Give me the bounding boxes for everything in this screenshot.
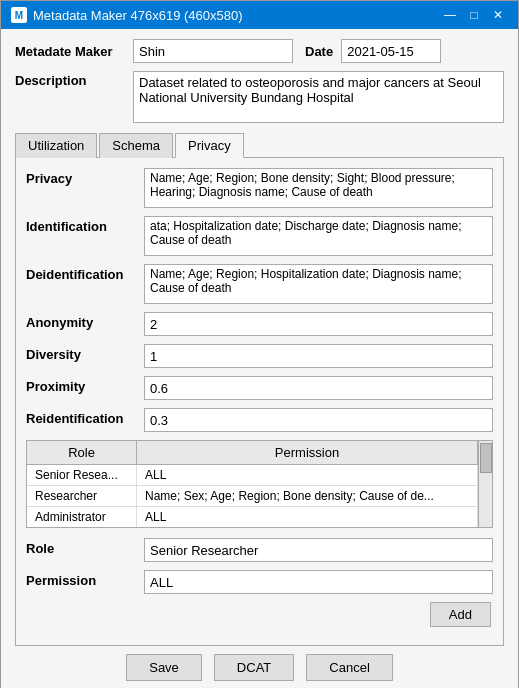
window-title: Metadata Maker 476x619 (460x580) <box>33 8 243 23</box>
footer-buttons: Save DCAT Cancel <box>15 646 504 687</box>
tab-utilization[interactable]: Utilization <box>15 133 97 158</box>
col-role: Role <box>27 441 137 464</box>
row-perm-2: ALL <box>137 507 478 527</box>
anonymity-label: Anonymity <box>26 312 136 330</box>
anonymity-input[interactable] <box>144 312 493 336</box>
table-header: Role Permission <box>27 441 478 465</box>
tab-privacy[interactable]: Privacy <box>175 133 244 158</box>
row-role-2: Administrator <box>27 507 137 527</box>
privacy-input[interactable]: Name; Age; Region; Bone density; Sight; … <box>144 168 493 208</box>
scrollbar-thumb <box>480 443 492 473</box>
permissions-table: Role Permission Senior Resea... ALL Rese… <box>27 441 478 527</box>
deidentification-label: Deidentification <box>26 264 136 282</box>
add-button[interactable]: Add <box>430 602 491 627</box>
dcat-button[interactable]: DCAT <box>214 654 294 681</box>
table-row[interactable]: Researcher Name; Sex; Age; Region; Bone … <box>27 486 478 507</box>
date-input[interactable] <box>341 39 441 63</box>
main-window: M Metadata Maker 476x619 (460x580) — □ ✕… <box>0 0 519 688</box>
proximity-input[interactable] <box>144 376 493 400</box>
cancel-button[interactable]: Cancel <box>306 654 392 681</box>
privacy-tab-content: Privacy Name; Age; Region; Bone density;… <box>15 158 504 646</box>
description-label: Description <box>15 71 125 88</box>
identification-field-row: Identification ata; Hospitalization date… <box>26 216 493 256</box>
maker-label: Metadate Maker <box>15 44 125 59</box>
col-permission: Permission <box>137 441 478 464</box>
permission-input[interactable] <box>144 570 493 594</box>
tab-bar: Utilization Schema Privacy <box>15 133 504 158</box>
description-input[interactable]: Dataset related to osteoporosis and majo… <box>133 71 504 123</box>
tab-schema[interactable]: Schema <box>99 133 173 158</box>
table-body: Senior Resea... ALL Researcher Name; Sex… <box>27 465 478 527</box>
permission-label: Permission <box>26 570 136 588</box>
reidentification-input[interactable] <box>144 408 493 432</box>
proximity-field-row: Proximity <box>26 376 493 400</box>
table-scrollbar[interactable] <box>478 441 492 527</box>
maker-input[interactable] <box>133 39 293 63</box>
save-button[interactable]: Save <box>126 654 202 681</box>
proximity-label: Proximity <box>26 376 136 394</box>
table-row[interactable]: Administrator ALL <box>27 507 478 527</box>
row-role-0: Senior Resea... <box>27 465 137 485</box>
row-perm-0: ALL <box>137 465 478 485</box>
app-icon: M <box>11 7 27 23</box>
permission-input-row: Permission <box>26 570 493 594</box>
identification-input[interactable]: ata; Hospitalization date; Discharge dat… <box>144 216 493 256</box>
title-bar-left: M Metadata Maker 476x619 (460x580) <box>11 7 243 23</box>
anonymity-field-row: Anonymity <box>26 312 493 336</box>
row-perm-1: Name; Sex; Age; Region; Bone density; Ca… <box>137 486 478 506</box>
identification-label: Identification <box>26 216 136 234</box>
title-controls: — □ ✕ <box>440 7 508 23</box>
close-button[interactable]: ✕ <box>488 7 508 23</box>
diversity-label: Diversity <box>26 344 136 362</box>
role-label: Role <box>26 538 136 556</box>
maximize-button[interactable]: □ <box>464 7 484 23</box>
window-content: Metadate Maker Date Description Dataset … <box>1 29 518 688</box>
row-role-1: Researcher <box>27 486 137 506</box>
minimize-button[interactable]: — <box>440 7 460 23</box>
reidentification-label: Reidentification <box>26 408 136 426</box>
add-button-row: Add <box>26 602 493 627</box>
diversity-field-row: Diversity <box>26 344 493 368</box>
role-input-row: Role <box>26 538 493 562</box>
privacy-label: Privacy <box>26 168 136 186</box>
date-label: Date <box>305 44 333 59</box>
privacy-field-row: Privacy Name; Age; Region; Bone density;… <box>26 168 493 208</box>
reidentification-field-row: Reidentification <box>26 408 493 432</box>
diversity-input[interactable] <box>144 344 493 368</box>
table-row[interactable]: Senior Resea... ALL <box>27 465 478 486</box>
permissions-table-container: Role Permission Senior Resea... ALL Rese… <box>26 440 493 528</box>
deidentification-field-row: Deidentification Name; Age; Region; Hosp… <box>26 264 493 304</box>
description-row: Description Dataset related to osteoporo… <box>15 71 504 123</box>
maker-date-row: Metadate Maker Date <box>15 39 504 63</box>
title-bar: M Metadata Maker 476x619 (460x580) — □ ✕ <box>1 1 518 29</box>
deidentification-input[interactable]: Name; Age; Region; Hospitalization date;… <box>144 264 493 304</box>
role-input[interactable] <box>144 538 493 562</box>
